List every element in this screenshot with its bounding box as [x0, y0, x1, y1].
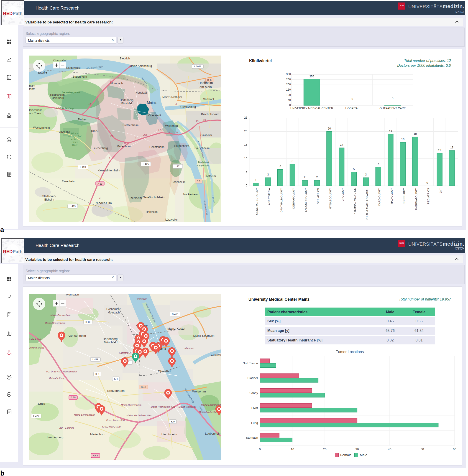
- svg-text:19: 19: [96, 117, 99, 119]
- svg-text:Mainz-Lerchenberg: Mainz-Lerchenberg: [74, 413, 95, 416]
- svg-text:Bretzenheim: Bretzenheim: [107, 389, 125, 392]
- svg-text:Lennebergwald: Lennebergwald: [62, 91, 80, 94]
- svg-text:Marienborn: Marienborn: [90, 433, 105, 436]
- svg-text:Bischofsheim: Bischofsheim: [201, 113, 219, 116]
- svg-text:Biebrich: Biebrich: [119, 57, 130, 60]
- svg-text:Wiesen: Wiesen: [71, 132, 79, 134]
- svg-text:Olmer: Olmer: [72, 141, 78, 144]
- svg-text:Mombach: Mombach: [110, 82, 123, 85]
- svg-text:- Ober-: - Ober-: [71, 138, 78, 141]
- svg-text:Ginsheim: Ginsheim: [200, 134, 212, 137]
- svg-text:A 63: A 63: [98, 182, 102, 185]
- svg-text:Maaraue: Maaraue: [184, 347, 194, 349]
- svg-text:Niederwalluf: Niederwalluf: [66, 66, 82, 70]
- svg-text:Hartenberg-: Hartenberg-: [120, 99, 134, 102]
- svg-text:Mainz-Gonsenheim: Mainz-Gonsenheim: [45, 322, 65, 324]
- svg-text:B 9: B 9: [197, 180, 200, 183]
- svg-text:26: 26: [203, 119, 206, 122]
- svg-text:Weisenau: Weisenau: [192, 390, 206, 393]
- svg-text:Essenheim: Essenheim: [62, 180, 75, 183]
- svg-text:22b: 22b: [158, 129, 162, 131]
- svg-text:Gustavs: Gustavs: [211, 353, 221, 357]
- svg-text:Klein-Winternheim: Klein-Winternheim: [98, 169, 120, 172]
- svg-text:Wackernheim: Wackernheim: [33, 126, 50, 129]
- svg-text:Uhlerborn: Uhlerborn: [52, 97, 64, 100]
- svg-text:Marienborn: Marienborn: [117, 145, 131, 148]
- svg-text:25: 25: [196, 120, 199, 122]
- svg-text:Mainz-Finthen: Mainz-Finthen: [49, 377, 64, 379]
- svg-text:K 18: K 18: [85, 320, 90, 323]
- svg-text:Budenheim: Budenheim: [73, 75, 87, 78]
- svg-text:L 413: L 413: [70, 205, 76, 208]
- svg-text:Layenhof: Layenhof: [59, 130, 70, 133]
- svg-text:Rheininsel: Rheininsel: [197, 161, 209, 164]
- svg-text:6: 6: [175, 103, 177, 106]
- svg-text:3: 3: [109, 157, 110, 159]
- svg-text:Mainz-Hechtsheim-Ost: Mainz-Hechtsheim-Ost: [151, 405, 175, 408]
- svg-text:Oberstadt: Oberstadt: [148, 114, 161, 117]
- svg-text:Finthen: Finthen: [78, 118, 87, 121]
- svg-text:Mainz-Kostheim: Mainz-Kostheim: [162, 96, 182, 99]
- svg-text:Le chenberg: Le chenberg: [93, 147, 108, 150]
- svg-text:Hechtsheim: Hechtsheim: [149, 145, 164, 149]
- svg-text:Münchfeld: Münchfeld: [121, 102, 133, 105]
- svg-text:L 426: L 426: [80, 166, 86, 168]
- svg-text:23: 23: [167, 131, 170, 134]
- svg-text:2: 2: [135, 137, 136, 140]
- svg-text:A 60: A 60: [71, 396, 75, 399]
- svg-text:Münchfeld: Münchfeld: [104, 341, 117, 344]
- svg-text:Lörzweiler: Lörzweiler: [165, 218, 178, 221]
- svg-text:Mainz-Kostheim: Mainz-Kostheim: [193, 334, 214, 337]
- svg-text:L 431: L 431: [175, 165, 181, 168]
- svg-text:heim-: heim-: [29, 84, 36, 87]
- svg-text:K 4: K 4: [114, 377, 118, 380]
- svg-text:am Layenhof: am Layenhof: [68, 135, 82, 138]
- svg-text:Gau-Bischofsheim: Gau-Bischofsheim: [143, 196, 165, 199]
- svg-text:Laubenheim: Laubenheim: [174, 144, 189, 147]
- svg-text:Hechtsheim: Hechtsheim: [161, 433, 177, 436]
- svg-text:Mainz-Amöneburg: Mainz-Amöneburg: [130, 64, 152, 68]
- svg-text:Dreieck Mainz: Dreieck Mainz: [29, 338, 44, 341]
- svg-text:Mz.-Drais / Mz.-Gonsenheim: Mz.-Drais / Mz.-Gonsenheim: [46, 370, 77, 373]
- svg-text:4: 4: [99, 197, 101, 199]
- svg-text:Gonsenheim: Gonsenheim: [69, 334, 86, 337]
- svg-text:Lerchenberg: Lerchenberg: [47, 435, 63, 439]
- svg-text:Kreuz Mainz-Süd: Kreuz Mainz-Süd: [106, 419, 125, 422]
- svg-text:Langenaue: Langenaue: [197, 164, 209, 167]
- svg-text:K 9: K 9: [171, 420, 175, 423]
- svg-text:Gustavsburg: Gustavsburg: [180, 105, 196, 109]
- svg-text:Kreuz Mainz-Süd: Kreuz Mainz-Süd: [102, 425, 121, 428]
- svg-text:Nieder-Olm: Nieder-Olm: [95, 201, 112, 205]
- svg-text:Heidesheim-: Heidesheim-: [50, 93, 65, 97]
- svg-text:24: 24: [175, 131, 178, 134]
- svg-text:Hartenberg-: Hartenberg-: [103, 337, 118, 341]
- svg-text:B 455: B 455: [172, 313, 178, 316]
- svg-text:Stadecken-: Stadecken-: [42, 195, 56, 198]
- svg-text:Neustadt: Neustadt: [135, 91, 147, 94]
- svg-text:Bodenheim: Bodenheim: [172, 181, 186, 184]
- svg-text:Laubenheim: Laubenheim: [205, 432, 221, 435]
- svg-text:L 3028: L 3028: [194, 65, 201, 68]
- svg-text:Mainz-Bretzenheim: Mainz-Bretzenheim: [121, 404, 142, 406]
- svg-text:Elsheim: Elsheim: [44, 198, 54, 201]
- svg-text:Mainz-Weisenau: Mainz-Weisenau: [178, 405, 196, 408]
- svg-text:Bretzenheim: Bretzenheim: [122, 124, 138, 127]
- svg-text:Mainz-Kastel: Mainz-Kastel: [167, 327, 185, 330]
- svg-text:Nackenheim: Nackenheim: [183, 193, 199, 196]
- svg-text:Weisenau: Weisenau: [165, 124, 178, 128]
- svg-text:L 419: L 419: [92, 358, 98, 361]
- svg-text:ZDF-Gelände: ZDF-Gelände: [59, 426, 74, 429]
- svg-text:am Main: am Main: [200, 85, 212, 89]
- svg-text:Mombach: Mombach: [66, 294, 79, 296]
- svg-text:L 425: L 425: [143, 163, 149, 165]
- svg-text:Drais: Drais: [38, 402, 45, 405]
- svg-text:Hochbrücke: Hochbrücke: [106, 308, 121, 311]
- svg-text:L 427: L 427: [33, 415, 39, 418]
- svg-text:Dreieck Mainz: Dreieck Mainz: [29, 346, 44, 349]
- svg-text:Oberwalluf: Oberwalluf: [53, 59, 67, 62]
- svg-text:B 40: B 40: [141, 386, 146, 388]
- svg-text:A 63: A 63: [93, 454, 98, 457]
- svg-text:Harxheim: Harxheim: [146, 210, 157, 214]
- svg-text:18: 18: [88, 102, 91, 105]
- svg-text:Astheim: Astheim: [206, 175, 216, 178]
